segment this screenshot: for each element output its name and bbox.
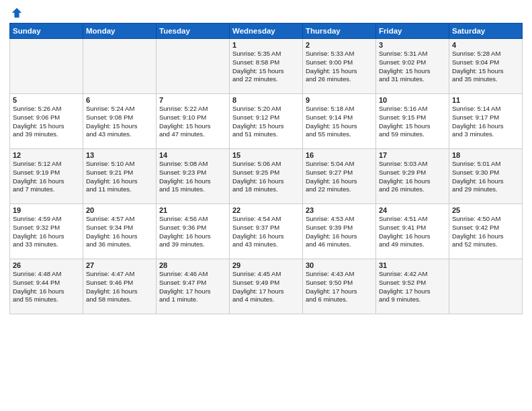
day-number: 23 — [306, 206, 373, 214]
day-number: 9 — [306, 96, 373, 104]
calendar-cell: 18Sunrise: 5:01 AM Sunset: 9:30 PM Dayli… — [449, 149, 523, 204]
day-number: 2 — [306, 41, 373, 49]
day-info: Sunrise: 5:10 AM Sunset: 9:21 PM Dayligh… — [86, 160, 153, 194]
calendar-cell: 27Sunrise: 4:47 AM Sunset: 9:46 PM Dayli… — [83, 259, 157, 314]
calendar-cell: 6Sunrise: 5:24 AM Sunset: 9:08 PM Daylig… — [83, 94, 157, 149]
header-cell-friday: Friday — [376, 24, 449, 39]
day-number: 5 — [13, 96, 80, 104]
calendar-cell: 4Sunrise: 5:28 AM Sunset: 9:04 PM Daylig… — [449, 39, 523, 94]
day-number: 7 — [159, 96, 226, 104]
calendar-cell: 11Sunrise: 5:14 AM Sunset: 9:17 PM Dayli… — [449, 94, 523, 149]
day-number: 21 — [159, 206, 226, 214]
calendar-cell — [157, 39, 230, 94]
day-number: 29 — [232, 261, 300, 269]
calendar-cell — [449, 259, 523, 314]
calendar-cell: 29Sunrise: 4:45 AM Sunset: 9:49 PM Dayli… — [230, 259, 303, 314]
day-number: 8 — [232, 96, 300, 104]
calendar-table: SundayMondayTuesdayWednesdayThursdayFrid… — [9, 23, 523, 314]
day-info: Sunrise: 5:33 AM Sunset: 9:00 PM Dayligh… — [306, 50, 373, 84]
header-cell-wednesday: Wednesday — [230, 24, 303, 39]
day-info: Sunrise: 4:45 AM Sunset: 9:49 PM Dayligh… — [232, 270, 300, 304]
day-number: 30 — [306, 261, 373, 269]
day-info: Sunrise: 5:08 AM Sunset: 9:23 PM Dayligh… — [159, 160, 226, 194]
calendar-cell — [83, 39, 157, 94]
day-info: Sunrise: 5:35 AM Sunset: 8:58 PM Dayligh… — [232, 50, 300, 84]
header-cell-saturday: Saturday — [449, 24, 523, 39]
day-info: Sunrise: 5:04 AM Sunset: 9:27 PM Dayligh… — [306, 160, 373, 194]
day-number: 26 — [13, 261, 80, 269]
calendar-cell: 1Sunrise: 5:35 AM Sunset: 8:58 PM Daylig… — [230, 39, 303, 94]
page-container: SundayMondayTuesdayWednesdayThursdayFrid… — [0, 0, 532, 320]
calendar-cell: 23Sunrise: 4:53 AM Sunset: 9:39 PM Dayli… — [303, 204, 376, 259]
calendar-cell: 14Sunrise: 5:08 AM Sunset: 9:23 PM Dayli… — [157, 149, 230, 204]
day-number: 13 — [86, 151, 153, 159]
calendar-cell: 16Sunrise: 5:04 AM Sunset: 9:27 PM Dayli… — [303, 149, 376, 204]
day-number: 25 — [452, 206, 519, 214]
day-info: Sunrise: 5:31 AM Sunset: 9:02 PM Dayligh… — [379, 50, 446, 84]
calendar-cell: 19Sunrise: 4:59 AM Sunset: 9:32 PM Dayli… — [10, 204, 83, 259]
day-number: 16 — [306, 151, 373, 159]
calendar-cell: 10Sunrise: 5:16 AM Sunset: 9:15 PM Dayli… — [376, 94, 449, 149]
header-cell-thursday: Thursday — [303, 24, 376, 39]
header-cell-sunday: Sunday — [10, 24, 83, 39]
logo-icon — [11, 7, 23, 19]
day-info: Sunrise: 4:53 AM Sunset: 9:39 PM Dayligh… — [306, 215, 373, 249]
day-number: 20 — [86, 206, 153, 214]
day-info: Sunrise: 5:16 AM Sunset: 9:15 PM Dayligh… — [379, 105, 446, 139]
calendar-cell: 12Sunrise: 5:12 AM Sunset: 9:19 PM Dayli… — [10, 149, 83, 204]
day-info: Sunrise: 4:50 AM Sunset: 9:42 PM Dayligh… — [452, 215, 519, 249]
day-number: 6 — [86, 96, 153, 104]
day-number: 18 — [452, 151, 519, 159]
calendar-cell: 2Sunrise: 5:33 AM Sunset: 9:00 PM Daylig… — [303, 39, 376, 94]
week-row-2: 12Sunrise: 5:12 AM Sunset: 9:19 PM Dayli… — [10, 149, 523, 204]
calendar-cell: 9Sunrise: 5:18 AM Sunset: 9:14 PM Daylig… — [303, 94, 376, 149]
calendar-cell: 15Sunrise: 5:06 AM Sunset: 9:25 PM Dayli… — [230, 149, 303, 204]
day-number: 3 — [379, 41, 446, 49]
day-number: 27 — [86, 261, 153, 269]
day-info: Sunrise: 5:06 AM Sunset: 9:25 PM Dayligh… — [232, 160, 300, 194]
day-number: 22 — [232, 206, 300, 214]
calendar-cell: 17Sunrise: 5:03 AM Sunset: 9:29 PM Dayli… — [376, 149, 449, 204]
day-info: Sunrise: 4:42 AM Sunset: 9:52 PM Dayligh… — [379, 270, 446, 304]
header-cell-monday: Monday — [83, 24, 157, 39]
day-info: Sunrise: 5:24 AM Sunset: 9:08 PM Dayligh… — [86, 105, 153, 139]
day-number: 28 — [159, 261, 226, 269]
calendar-cell: 21Sunrise: 4:56 AM Sunset: 9:36 PM Dayli… — [157, 204, 230, 259]
day-number: 12 — [13, 151, 80, 159]
calendar-cell: 8Sunrise: 5:20 AM Sunset: 9:12 PM Daylig… — [230, 94, 303, 149]
calendar-cell: 20Sunrise: 4:57 AM Sunset: 9:34 PM Dayli… — [83, 204, 157, 259]
calendar-cell: 22Sunrise: 4:54 AM Sunset: 9:37 PM Dayli… — [230, 204, 303, 259]
calendar-cell: 31Sunrise: 4:42 AM Sunset: 9:52 PM Dayli… — [376, 259, 449, 314]
calendar-cell: 25Sunrise: 4:50 AM Sunset: 9:42 PM Dayli… — [449, 204, 523, 259]
day-info: Sunrise: 5:20 AM Sunset: 9:12 PM Dayligh… — [232, 105, 300, 139]
calendar-cell: 26Sunrise: 4:48 AM Sunset: 9:44 PM Dayli… — [10, 259, 83, 314]
day-info: Sunrise: 5:18 AM Sunset: 9:14 PM Dayligh… — [306, 105, 373, 139]
calendar-cell: 3Sunrise: 5:31 AM Sunset: 9:02 PM Daylig… — [376, 39, 449, 94]
calendar-cell: 5Sunrise: 5:26 AM Sunset: 9:06 PM Daylig… — [10, 94, 83, 149]
day-number: 15 — [232, 151, 300, 159]
day-number: 31 — [379, 261, 446, 269]
day-number: 11 — [452, 96, 519, 104]
day-number: 10 — [379, 96, 446, 104]
day-info: Sunrise: 5:26 AM Sunset: 9:06 PM Dayligh… — [13, 105, 80, 139]
day-info: Sunrise: 4:59 AM Sunset: 9:32 PM Dayligh… — [13, 215, 80, 249]
day-info: Sunrise: 4:43 AM Sunset: 9:50 PM Dayligh… — [306, 270, 373, 304]
day-number: 4 — [452, 41, 519, 49]
calendar-cell: 30Sunrise: 4:43 AM Sunset: 9:50 PM Dayli… — [303, 259, 376, 314]
day-info: Sunrise: 5:22 AM Sunset: 9:10 PM Dayligh… — [159, 105, 226, 139]
week-row-3: 19Sunrise: 4:59 AM Sunset: 9:32 PM Dayli… — [10, 204, 523, 259]
day-number: 24 — [379, 206, 446, 214]
day-number: 19 — [13, 206, 80, 214]
day-info: Sunrise: 5:03 AM Sunset: 9:29 PM Dayligh… — [379, 160, 446, 194]
day-number: 17 — [379, 151, 446, 159]
day-info: Sunrise: 4:47 AM Sunset: 9:46 PM Dayligh… — [86, 270, 153, 304]
calendar-cell: 24Sunrise: 4:51 AM Sunset: 9:41 PM Dayli… — [376, 204, 449, 259]
day-number: 14 — [159, 151, 226, 159]
day-info: Sunrise: 5:12 AM Sunset: 9:19 PM Dayligh… — [13, 160, 80, 194]
day-info: Sunrise: 5:28 AM Sunset: 9:04 PM Dayligh… — [452, 50, 519, 84]
header — [9, 7, 523, 19]
day-info: Sunrise: 4:46 AM Sunset: 9:47 PM Dayligh… — [159, 270, 226, 304]
day-info: Sunrise: 4:57 AM Sunset: 9:34 PM Dayligh… — [86, 215, 153, 249]
calendar-cell — [10, 39, 83, 94]
day-info: Sunrise: 4:48 AM Sunset: 9:44 PM Dayligh… — [13, 270, 80, 304]
